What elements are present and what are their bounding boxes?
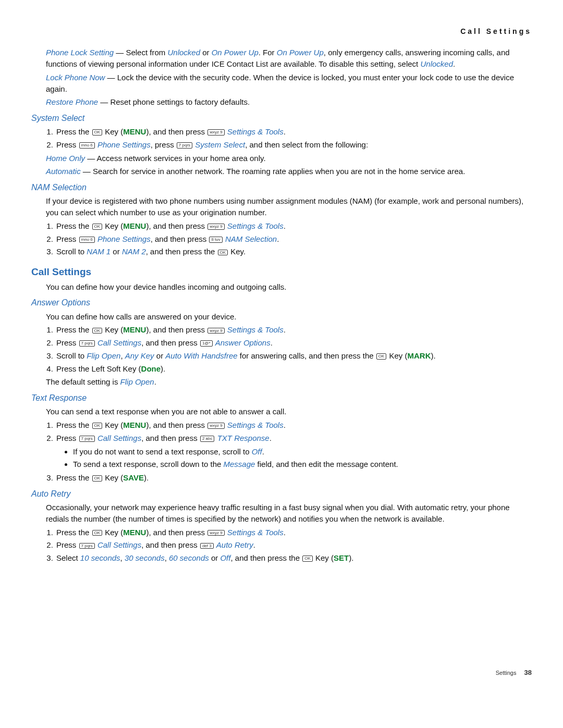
- automatic-para: Automatic — Search for service in anothe…: [31, 166, 532, 177]
- lock-phone-now-label: Lock Phone Now: [46, 73, 105, 82]
- wxyz9-key-icon: wxyz 9: [207, 328, 224, 334]
- footer-section: Settings: [496, 670, 517, 676]
- page-number: 38: [524, 669, 532, 676]
- answer-steps: Press the OK Key (MENU), and then press …: [31, 324, 532, 374]
- mno6-key-icon: mno 6: [79, 142, 95, 149]
- system-select-steps: Press the OK Key (MENU), and then press …: [31, 126, 532, 151]
- lock-phone-now-para: Lock Phone Now — Lock the device with th…: [31, 72, 532, 95]
- ok-key-icon: OK: [92, 423, 103, 429]
- list-item: Press 7 pqrs Call Settings, and then pre…: [55, 433, 532, 444]
- ok-key-icon: OK: [92, 475, 103, 482]
- auto-retry-steps: Press the OK Key (MENU), and then press …: [31, 527, 532, 564]
- ok-key-icon: OK: [376, 353, 387, 360]
- list-item: Press the OK Key (MENU), and then press …: [55, 419, 532, 431]
- list-item: Scroll to Flip Open, Any Key or Auto Wit…: [55, 350, 532, 362]
- at1-key-icon: 1@*: [200, 340, 213, 347]
- list-item: Press the Left Soft Key (Done).: [55, 363, 532, 375]
- list-item: Press the OK Key (MENU), and then press …: [55, 220, 532, 232]
- nam-steps: Press the OK Key (MENU), and then press …: [31, 220, 532, 257]
- call-settings-heading: Call Settings: [31, 265, 532, 279]
- pqrs7-key-icon: 7 pqrs: [177, 142, 192, 149]
- text-response-steps-cont: Press the OK Key (SAVE).: [31, 472, 532, 484]
- ok-key-icon: OK: [92, 129, 103, 135]
- list-item: Press the OK Key (MENU), and then press …: [55, 126, 532, 138]
- list-item: If you do not want to send a text respon…: [73, 446, 532, 458]
- ok-key-icon: OK: [92, 530, 103, 536]
- list-item: Scroll to NAM 1 or NAM 2, and then press…: [55, 246, 532, 257]
- answer-default: The default setting is Flip Open.: [31, 376, 532, 388]
- page-header: Call Settings: [31, 26, 532, 36]
- restore-phone-para: Restore Phone — Reset phone settings to …: [31, 96, 532, 108]
- def3-key-icon: def 3: [200, 543, 214, 549]
- pqrs7-key-icon: 7 pqrs: [79, 340, 95, 347]
- wxyz9-key-icon: wxyz 9: [207, 224, 224, 230]
- auto-retry-heading: Auto Retry: [31, 488, 532, 500]
- system-select-heading: System Select: [31, 112, 532, 124]
- list-item: Select 10 seconds, 30 seconds, 60 second…: [55, 552, 532, 564]
- restore-phone-label: Restore Phone: [46, 97, 98, 106]
- list-item: Press mno 6 Phone Settings, and then pre…: [55, 233, 532, 245]
- text-response-steps: Press the OK Key (MENU), and then press …: [31, 419, 532, 444]
- list-item: Press mno 6 Phone Settings, press 7 pqrs…: [55, 139, 532, 151]
- tuv8-key-icon: 8 tuv: [209, 237, 222, 243]
- phone-lock-setting-label: Phone Lock Setting: [46, 48, 114, 57]
- ok-key-icon: OK: [92, 328, 103, 334]
- phone-lock-setting-para: Phone Lock Setting — Select from Unlocke…: [31, 47, 532, 70]
- page-footer: Settings 38: [31, 668, 532, 678]
- mno6-key-icon: mno 6: [79, 237, 95, 243]
- pqrs7-key-icon: 7 pqrs: [79, 436, 95, 442]
- ok-key-icon: OK: [302, 556, 313, 562]
- pqrs7-key-icon: 7 pqrs: [79, 543, 95, 549]
- ok-key-icon: OK: [92, 224, 103, 230]
- list-item: Press the OK Key (SAVE).: [55, 472, 532, 484]
- auto-retry-intro: Occasionally, your network may experienc…: [31, 502, 532, 525]
- text-response-bullets: If you do not want to send a text respon…: [31, 446, 532, 471]
- nam-selection-heading: NAM Selection: [31, 181, 532, 193]
- list-item: Press 7 pqrs Call Settings, and then pre…: [55, 337, 532, 349]
- answer-options-heading: Answer Options: [31, 297, 532, 309]
- call-settings-intro: You can define how your device handles i…: [31, 281, 532, 293]
- abc2-key-icon: 2 abc: [200, 436, 215, 442]
- ok-key-icon: OK: [218, 250, 228, 256]
- home-only-para: Home Only — Access network services in y…: [31, 153, 532, 164]
- list-item: Press the OK Key (MENU), and then press …: [55, 527, 532, 538]
- answer-intro: You can define how calls are answered on…: [31, 311, 532, 323]
- wxyz9-key-icon: wxyz 9: [207, 423, 224, 429]
- nam-intro: If your device is registered with two ph…: [31, 195, 532, 218]
- list-item: Press 7 pqrs Call Settings, and then pre…: [55, 539, 532, 551]
- wxyz9-key-icon: wxyz 9: [207, 129, 224, 135]
- wxyz9-key-icon: wxyz 9: [207, 530, 224, 536]
- list-item: To send a text response, scroll down to …: [73, 459, 532, 470]
- text-response-heading: Text Response: [31, 392, 532, 404]
- text-response-intro: You can send a text response when you ar…: [31, 406, 532, 417]
- list-item: Press the OK Key (MENU), and then press …: [55, 324, 532, 336]
